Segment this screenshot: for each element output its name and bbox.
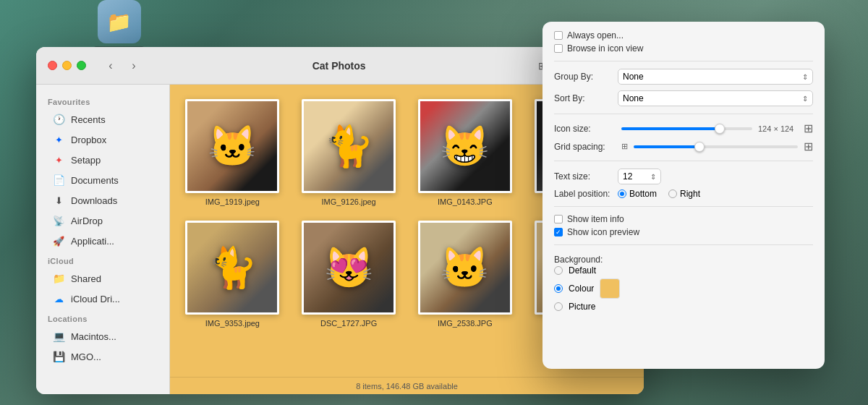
file-thumbnail-2: 🐈 bbox=[302, 99, 396, 193]
browse-row: Browse in icon view bbox=[554, 43, 813, 54]
icon-size-label: Icon size: bbox=[554, 124, 616, 134]
text-size-arrow: ⇕ bbox=[650, 173, 656, 181]
file-thumbnail-5: 🐈 bbox=[185, 221, 279, 315]
text-size-select[interactable]: 12 ⇕ bbox=[618, 169, 661, 184]
divider-4 bbox=[554, 206, 813, 207]
show-icon-preview-checkbox[interactable]: ✓ bbox=[554, 228, 563, 236]
file-item-6[interactable]: 😻 DSC_1727.JPG bbox=[298, 221, 400, 328]
sidebar-label-mgo: MGO... bbox=[71, 351, 101, 362]
file-item-2[interactable]: 🐈 IMG_9126.jpeg bbox=[298, 99, 400, 206]
label-bottom-label: Bottom bbox=[629, 189, 657, 199]
file-name-1: IMG_1919.jpeg bbox=[205, 197, 260, 206]
sidebar-item-airdrop[interactable]: 📡 AirDrop bbox=[41, 210, 165, 231]
grid-large-icon: ⊞ bbox=[804, 140, 813, 153]
settings-panel: Always open... Browse in icon view Group… bbox=[542, 22, 825, 369]
sort-by-select[interactable]: None ⇕ bbox=[618, 90, 813, 106]
group-by-select[interactable]: None ⇕ bbox=[618, 69, 813, 85]
text-size-label: Text size: bbox=[554, 171, 612, 182]
label-bottom-option[interactable]: Bottom bbox=[618, 189, 657, 199]
bg-picture-label: Picture bbox=[569, 302, 595, 312]
label-right-option[interactable]: Right bbox=[668, 189, 700, 199]
sidebar-item-dropbox[interactable]: ✦ Dropbox bbox=[41, 129, 165, 150]
sidebar-item-documents[interactable]: 📄 Documents bbox=[41, 170, 165, 190]
maximize-button[interactable] bbox=[77, 61, 86, 70]
recents-icon: 🕐 bbox=[52, 113, 65, 126]
bg-default-label: Default bbox=[569, 265, 596, 276]
minimize-button[interactable] bbox=[62, 61, 72, 70]
bg-colour-option[interactable]: Colour bbox=[554, 278, 813, 299]
label-position-row: Label position: Bottom Right bbox=[554, 189, 813, 199]
sidebar-item-downloads[interactable]: ⬇ Downloads bbox=[41, 190, 165, 210]
sidebar-item-setapp[interactable]: ✦ Setapp bbox=[41, 150, 165, 170]
sidebar-label-documents: Documents bbox=[71, 175, 119, 186]
cat-image-6: 😻 bbox=[324, 244, 374, 291]
bg-default-option[interactable]: Default bbox=[554, 265, 813, 276]
divider-3 bbox=[554, 161, 813, 161]
sidebar-item-icloud-drive[interactable]: ☁ iCloud Dri... bbox=[41, 289, 165, 309]
file-thumbnail-1: 🐱 bbox=[185, 99, 279, 193]
airdrop-icon: 📡 bbox=[52, 214, 65, 227]
applications-icon: 🚀 bbox=[52, 234, 65, 247]
forward-button[interactable]: › bbox=[124, 56, 144, 76]
bg-colour-swatch[interactable] bbox=[600, 278, 620, 299]
file-item-7[interactable]: 🐱 IMG_2538.JPG bbox=[414, 221, 516, 328]
sidebar-label-applications: Applicati... bbox=[71, 236, 114, 247]
label-right-radio[interactable] bbox=[668, 189, 677, 198]
grid-spacing-row: Grid spacing: ⊞ ⊞ bbox=[554, 140, 813, 153]
file-thumbnail-3: 😸 bbox=[418, 99, 512, 193]
label-bottom-radio[interactable] bbox=[618, 189, 626, 198]
show-item-info-checkbox[interactable] bbox=[554, 215, 563, 223]
group-by-label: Group By: bbox=[554, 72, 612, 82]
cat-image-7: 🐱 bbox=[440, 244, 490, 291]
window-title: Cat Photos bbox=[153, 60, 525, 72]
documents-icon: 📄 bbox=[52, 174, 65, 187]
bg-default-radio[interactable] bbox=[554, 266, 563, 275]
traffic-lights bbox=[48, 61, 86, 70]
file-name-5: IMG_9353.jpeg bbox=[205, 319, 260, 328]
nav-buttons: ‹ › bbox=[101, 56, 144, 76]
sort-by-label: Sort By: bbox=[554, 93, 612, 103]
sidebar-label-shared: Shared bbox=[71, 273, 101, 284]
grid-spacing-track[interactable] bbox=[634, 145, 798, 148]
sidebar-label-icloud-drive: iCloud Dri... bbox=[71, 294, 120, 304]
always-open-row: Always open... bbox=[554, 30, 813, 40]
sidebar-label-dropbox: Dropbox bbox=[71, 135, 106, 145]
file-item-5[interactable]: 🐈 IMG_9353.jpeg bbox=[182, 221, 284, 328]
sidebar-label-recents: Recents bbox=[71, 114, 106, 125]
status-bar: 8 items, 146.48 GB available bbox=[170, 377, 644, 394]
background-label: Background: bbox=[554, 255, 603, 265]
sidebar-item-applications[interactable]: 🚀 Applicati... bbox=[41, 231, 165, 251]
group-by-row: Group By: None ⇕ bbox=[554, 69, 813, 85]
cat-image-2: 🐈 bbox=[324, 123, 374, 170]
icon-size-track[interactable] bbox=[621, 127, 752, 130]
bg-picture-radio[interactable] bbox=[554, 302, 563, 311]
icon-size-large-icon: ⊞ bbox=[804, 122, 813, 135]
background-section: Background: Default Colour Picture bbox=[554, 252, 813, 312]
browse-label: Browse in icon view bbox=[567, 43, 643, 54]
mgo-icon: 💾 bbox=[52, 350, 65, 363]
cat-image-3: 😸 bbox=[440, 123, 490, 170]
bg-colour-radio[interactable] bbox=[554, 284, 563, 293]
sidebar-item-macintosh[interactable]: 💻 Macintos... bbox=[41, 326, 165, 346]
browse-checkbox[interactable] bbox=[554, 44, 563, 53]
always-open-checkbox[interactable] bbox=[554, 31, 563, 40]
sidebar-label-macintosh: Macintos... bbox=[71, 331, 116, 342]
sidebar-item-shared[interactable]: 📁 Shared bbox=[41, 268, 165, 289]
file-item-3[interactable]: 😸 IMG_0143.JPG bbox=[414, 99, 516, 206]
close-button[interactable] bbox=[48, 61, 57, 70]
sidebar-item-mgo[interactable]: 💾 MGO... bbox=[41, 346, 165, 367]
divider-2 bbox=[554, 114, 813, 114]
text-size-row: Text size: 12 ⇕ bbox=[554, 169, 813, 184]
sidebar-label-setapp: Setapp bbox=[71, 155, 101, 166]
back-button[interactable]: ‹ bbox=[101, 56, 121, 76]
file-name-7: IMG_2538.JPG bbox=[438, 319, 493, 328]
label-position-label: Label position: bbox=[554, 189, 612, 199]
file-item-1[interactable]: 🐱 IMG_1919.jpeg bbox=[182, 99, 284, 206]
bg-colour-label: Colour bbox=[569, 284, 594, 294]
icon-size-row: Icon size: 124 × 124 ⊞ bbox=[554, 122, 813, 135]
always-open-label: Always open... bbox=[567, 30, 624, 40]
show-icon-preview-row: ✓ Show icon preview bbox=[554, 227, 813, 237]
sidebar-item-recents[interactable]: 🕐 Recents bbox=[41, 109, 165, 129]
bg-options: Default Colour Picture bbox=[554, 265, 813, 312]
bg-picture-option[interactable]: Picture bbox=[554, 302, 813, 312]
